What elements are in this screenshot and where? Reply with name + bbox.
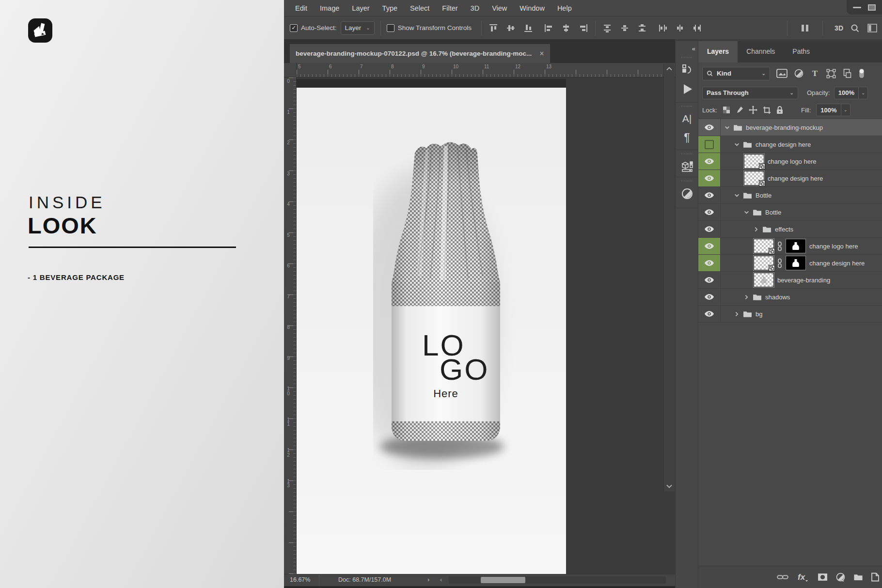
chevron-down-icon[interactable] xyxy=(744,210,749,215)
menu-help[interactable]: Help xyxy=(551,4,578,12)
layer-row-beverage-branding-mockup[interactable]: beverage-branding-mockup xyxy=(698,119,882,136)
layer-row-bg[interactable]: bg xyxy=(698,306,882,323)
type-layer-filter-icon[interactable]: T xyxy=(810,69,819,78)
document-canvas[interactable]: LO GO Here xyxy=(297,79,566,574)
layer-row-change-design-here[interactable]: change design here xyxy=(698,136,882,153)
visibility-toggle[interactable] xyxy=(698,272,721,288)
menu-layer[interactable]: Layer xyxy=(346,4,376,12)
character-panel-icon[interactable]: A| xyxy=(676,113,698,124)
menu-select[interactable]: Select xyxy=(404,4,436,12)
tab-layers[interactable]: Layers xyxy=(698,41,738,62)
show-transform-checkbox[interactable] xyxy=(387,24,394,32)
layer-row-beverage-branding[interactable]: beverage-branding xyxy=(698,272,882,289)
document-tab[interactable]: beverage-branding-mockup-070122.psd @ 16… xyxy=(290,44,550,63)
layer-name[interactable]: change design here xyxy=(768,175,823,182)
new-layer-icon[interactable] xyxy=(871,573,879,582)
auto-select-dropdown[interactable]: Layer ⌄ xyxy=(341,21,375,35)
layer-mask-thumbnail[interactable] xyxy=(786,256,806,270)
menu-type[interactable]: Type xyxy=(376,4,404,12)
layer-name[interactable]: change design here xyxy=(756,141,811,148)
smart-object-filter-icon[interactable] xyxy=(843,69,852,78)
lock-position-icon[interactable] xyxy=(749,106,757,114)
horizontal-scrollbar[interactable] xyxy=(449,576,666,584)
menu-image[interactable]: Image xyxy=(314,4,346,12)
filter-toggle-icon[interactable] xyxy=(859,68,865,78)
mask-link-icon[interactable] xyxy=(777,258,782,268)
chevron-down-icon[interactable] xyxy=(734,142,740,147)
opacity-field[interactable]: 100% ⌄ xyxy=(834,87,868,99)
layer-name[interactable]: beverage-branding xyxy=(777,277,830,284)
layer-row-shadows[interactable]: shadows xyxy=(698,289,882,306)
smart-object-thumbnail[interactable] xyxy=(754,239,774,253)
chevron-right-icon[interactable] xyxy=(744,294,749,300)
menu-edit[interactable]: Edit xyxy=(289,4,314,12)
actions-play-icon[interactable] xyxy=(676,83,698,97)
menu-filter[interactable]: Filter xyxy=(436,4,464,12)
smart-object-thumbnail[interactable] xyxy=(754,256,774,270)
scroll-left-icon[interactable]: ‹ xyxy=(440,576,442,583)
visibility-toggle[interactable] xyxy=(698,187,721,203)
layer-row-change-logo-here[interactable]: change logo here xyxy=(698,238,882,255)
kind-filter-dropdown[interactable]: Kind ⌄ xyxy=(702,67,770,80)
layer-row-bottle[interactable]: Bottle xyxy=(698,204,882,221)
align-right-edges-icon[interactable] xyxy=(578,22,589,34)
layer-row-change-design-here[interactable]: change design here xyxy=(698,170,882,187)
layer-thumbnail[interactable] xyxy=(754,273,774,287)
mask-link-icon[interactable] xyxy=(777,241,782,251)
distribute-bottom-edges-icon[interactable] xyxy=(636,22,648,34)
distribute-left-edges-icon[interactable] xyxy=(657,22,668,34)
layer-name[interactable]: bg xyxy=(756,310,762,318)
minimize-icon[interactable] xyxy=(853,7,861,8)
new-adjustment-layer-icon[interactable] xyxy=(836,573,845,582)
panel-grip[interactable] xyxy=(681,180,692,182)
chevron-up-icon[interactable] xyxy=(666,66,673,71)
layer-name[interactable]: effects xyxy=(775,226,793,233)
lock-paint-icon[interactable] xyxy=(736,106,743,114)
tab-paths[interactable]: Paths xyxy=(784,41,819,62)
distribute-top-edges-icon[interactable] xyxy=(601,22,613,34)
canvas-pasteboard[interactable]: LO GO Here xyxy=(297,77,675,574)
pixel-layer-filter-icon[interactable] xyxy=(776,69,788,78)
layer-name[interactable]: change design here xyxy=(809,260,865,267)
align-horizontal-centers-icon[interactable] xyxy=(560,22,572,34)
workspace-icon[interactable] xyxy=(866,22,878,34)
chevron-down-icon[interactable] xyxy=(724,125,730,130)
chevron-right-icon[interactable] xyxy=(734,311,740,317)
distribute-horizontal-centers-icon[interactable] xyxy=(674,22,686,34)
smart-object-thumbnail[interactable] xyxy=(744,154,764,169)
chevron-right-icon[interactable] xyxy=(754,227,759,232)
threed-mode-label[interactable]: 3D xyxy=(835,24,843,32)
visibility-toggle[interactable] xyxy=(698,136,721,153)
layer-name[interactable]: Bottle xyxy=(765,209,781,216)
chevron-down-icon[interactable] xyxy=(666,484,673,489)
collapse-panels-icon[interactable]: « xyxy=(692,45,694,52)
lock-all-icon[interactable] xyxy=(776,106,783,114)
align-bottom-edges-icon[interactable] xyxy=(522,22,534,34)
align-left-edges-icon[interactable] xyxy=(543,22,554,34)
auto-select-checkbox[interactable]: ✓ xyxy=(290,24,298,32)
layer-row-change-design-here[interactable]: change design here xyxy=(698,255,882,272)
visibility-toggle[interactable] xyxy=(698,255,721,271)
status-expander-icon[interactable]: › xyxy=(427,576,429,583)
layer-mask-thumbnail[interactable] xyxy=(786,239,806,253)
visibility-toggle[interactable] xyxy=(698,119,721,136)
layer-row-effects[interactable]: effects xyxy=(698,221,882,238)
align-vertical-centers-icon[interactable] xyxy=(505,22,517,34)
layer-name[interactable]: Bottle xyxy=(756,192,772,199)
lock-transparency-icon[interactable] xyxy=(723,106,730,114)
vertical-scrollbar[interactable] xyxy=(663,63,675,492)
adjustments-panel-icon[interactable] xyxy=(676,187,698,202)
history-panel-icon[interactable] xyxy=(676,63,698,78)
align-top-edges-icon[interactable] xyxy=(488,22,499,34)
menu-window[interactable]: Window xyxy=(513,4,551,12)
menu-3d[interactable]: 3D xyxy=(464,4,486,12)
layer-row-bottle[interactable]: Bottle xyxy=(698,187,882,204)
menu-view[interactable]: View xyxy=(486,4,513,12)
link-layers-icon[interactable] xyxy=(777,574,788,580)
close-tab-icon[interactable]: × xyxy=(539,50,544,58)
shape-layer-filter-icon[interactable] xyxy=(826,69,836,78)
tab-channels[interactable]: Channels xyxy=(738,41,784,62)
visibility-toggle[interactable] xyxy=(698,289,721,305)
distribute-right-edges-icon[interactable] xyxy=(692,22,703,34)
blend-mode-dropdown[interactable]: Pass Through ⌄ xyxy=(702,87,798,99)
